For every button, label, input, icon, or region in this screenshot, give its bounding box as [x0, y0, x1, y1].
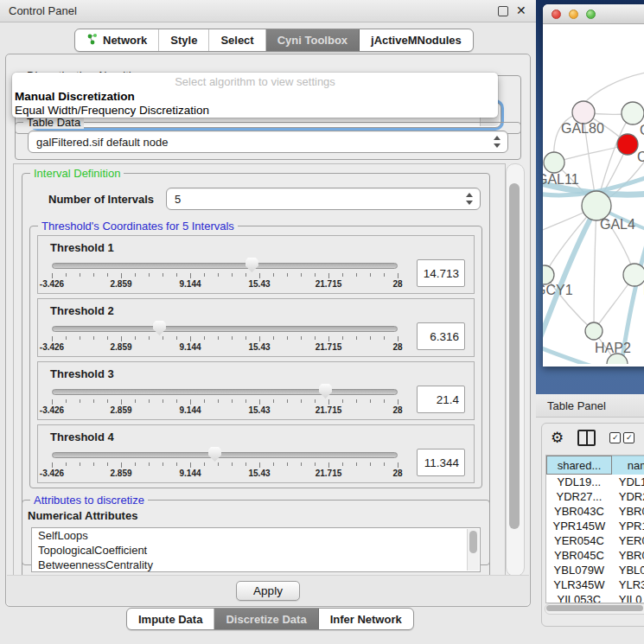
major-tick [190, 273, 191, 278]
network-node-red-node[interactable] [617, 134, 638, 155]
attribute-list-item[interactable]: SelfLoops [32, 528, 480, 543]
threshold-slider[interactable]: -3.4262.8599.14415.4321.71528 [52, 257, 398, 290]
threshold-slider[interactable]: -3.4262.8599.14415.4321.71528 [52, 446, 398, 479]
table-data-combobox[interactable]: galFiltered.sif default node [28, 131, 508, 153]
table-cell: YBR0 [612, 504, 644, 519]
node-label: GAL4 [600, 217, 635, 232]
table-horizontal-scrollbar[interactable] [545, 603, 644, 615]
minor-tick [315, 399, 316, 403]
combo-updown-icon[interactable] [494, 136, 501, 148]
major-tick [190, 399, 191, 405]
network-node-gal4[interactable] [582, 191, 611, 220]
table-row[interactable]: YDR27...YDR2 [546, 489, 644, 504]
network-view-window[interactable]: GAL80GACGAL11GAL4GCY1HHAP2 [543, 4, 644, 367]
close-icon[interactable]: ✕ [516, 5, 527, 16]
minor-tick [176, 336, 177, 340]
major-tick [259, 336, 260, 341]
network-node-gcy1[interactable] [543, 265, 554, 284]
tick-label: 21.715 [316, 279, 342, 289]
threshold-slider[interactable]: -3.4262.8599.14415.4321.71528 [52, 383, 398, 416]
checkbox-icon[interactable]: ✓ [623, 432, 634, 443]
tick-label: -3.426 [40, 279, 64, 289]
apply-button[interactable]: Apply [236, 581, 300, 601]
number-of-intervals-spinner[interactable]: 5 [166, 188, 481, 210]
slider-thumb-icon[interactable] [153, 321, 166, 335]
table-row[interactable]: YBR043CYBR0 [546, 504, 644, 519]
settings-vertical-scrollbar[interactable] [506, 163, 525, 577]
minor-tick [245, 336, 246, 340]
slider-thumb-icon[interactable] [208, 447, 221, 462]
table-row[interactable]: YER054CYER0 [546, 533, 644, 548]
tab-label: Cyni Toolbox [277, 34, 348, 47]
tab-style[interactable]: Style [159, 29, 209, 51]
slider-thumb-icon[interactable] [319, 384, 332, 399]
minor-tick [149, 399, 150, 403]
column-header[interactable]: shared... [546, 456, 612, 475]
spinner-updown-icon[interactable] [466, 193, 474, 205]
apply-strip: Apply [7, 575, 529, 605]
slider-track[interactable] [52, 389, 398, 395]
threshold-label: Threshold 2 [50, 304, 465, 317]
minor-tick [163, 273, 163, 277]
table-row[interactable]: YDL19...YDL1 [546, 475, 644, 489]
float-window-icon[interactable] [498, 6, 508, 16]
scrollbar-thumb[interactable] [509, 183, 520, 529]
tick-label: -3.426 [40, 469, 64, 478]
threshold-value-field[interactable]: 11.344 [417, 449, 465, 476]
network-canvas[interactable]: GAL80GACGAL11GAL4GCY1HHAP2 [543, 24, 644, 364]
network-window-titlebar [543, 4, 644, 24]
table-row[interactable]: YPR145WYPR1 [546, 519, 644, 533]
network-icon [86, 33, 99, 48]
slider-track[interactable] [52, 326, 398, 332]
minimize-traffic-light-icon[interactable] [569, 10, 578, 19]
network-node-gal11[interactable] [544, 152, 564, 173]
network-edge[interactable] [594, 206, 596, 331]
slider-thumb-icon[interactable] [245, 258, 258, 272]
tab-jactivemnodules[interactable]: jActiveMNodules [360, 29, 473, 51]
network-node-hap2[interactable] [585, 322, 603, 340]
zoom-traffic-light-icon[interactable] [586, 10, 596, 19]
node-table[interactable]: shared...name YDL19...YDL1YDR27...YDR2YB… [545, 455, 644, 603]
intervals-value: 5 [175, 193, 181, 206]
tick-label: 15.43 [248, 405, 270, 415]
checkbox-icon[interactable]: ✓ [609, 432, 621, 443]
table-row[interactable]: YLR345WYLR3 [546, 577, 644, 592]
slider-track[interactable] [52, 452, 398, 458]
threshold-value-field[interactable]: 14.713 [417, 259, 465, 287]
tab-discretize-data[interactable]: Discretize Data [214, 609, 318, 629]
network-edge[interactable] [554, 144, 628, 163]
dropdown-option[interactable]: Equal Width/Frequency Discretization [12, 104, 498, 118]
table-row[interactable]: YBR045CYBR0 [546, 548, 644, 563]
column-header[interactable]: name [612, 456, 644, 475]
minor-tick [342, 336, 343, 340]
numerical-attributes-list[interactable]: SelfLoopsTopologicalCoefficientBetweenne… [31, 527, 481, 572]
network-node-gal-right[interactable] [622, 102, 644, 124]
tab-cyni-toolbox[interactable]: Cyni Toolbox [266, 29, 360, 51]
table-row[interactable]: YIL053CYIL0 [546, 592, 644, 603]
tab-impute-data[interactable]: Impute Data [127, 609, 214, 629]
attribute-list-item[interactable]: TopologicalCoefficient [32, 543, 480, 558]
node-label: HAP2 [595, 341, 631, 355]
threshold-slider[interactable]: -3.4262.8599.14415.4321.71528 [52, 320, 398, 353]
table-row[interactable]: YBL079WYBL0 [546, 563, 644, 577]
network-node-h-node[interactable] [623, 264, 644, 286]
slider-track[interactable] [52, 263, 398, 269]
major-tick [259, 273, 260, 278]
tick-label: 21.715 [316, 342, 342, 352]
list-scrollbar[interactable] [467, 529, 479, 571]
split-columns-icon[interactable] [577, 430, 596, 446]
minor-tick [273, 399, 274, 403]
gear-icon[interactable]: ⚙ [551, 430, 564, 445]
network-edge[interactable] [583, 72, 644, 104]
tick-label: 2.859 [110, 405, 131, 415]
attribute-list-item[interactable]: BetweennessCentrality [32, 558, 480, 572]
threshold-value-field[interactable]: 21.4 [417, 386, 465, 413]
close-traffic-light-icon[interactable] [552, 10, 561, 19]
tab-infer-network[interactable]: Infer Network [319, 609, 413, 629]
dropdown-option[interactable]: Manual Discretization [12, 90, 498, 104]
tab-select[interactable]: Select [209, 29, 265, 51]
tab-network[interactable]: Network [75, 29, 159, 51]
minor-tick [218, 273, 219, 277]
threshold-value-field[interactable]: 6.316 [417, 322, 465, 350]
minor-tick [384, 462, 385, 466]
